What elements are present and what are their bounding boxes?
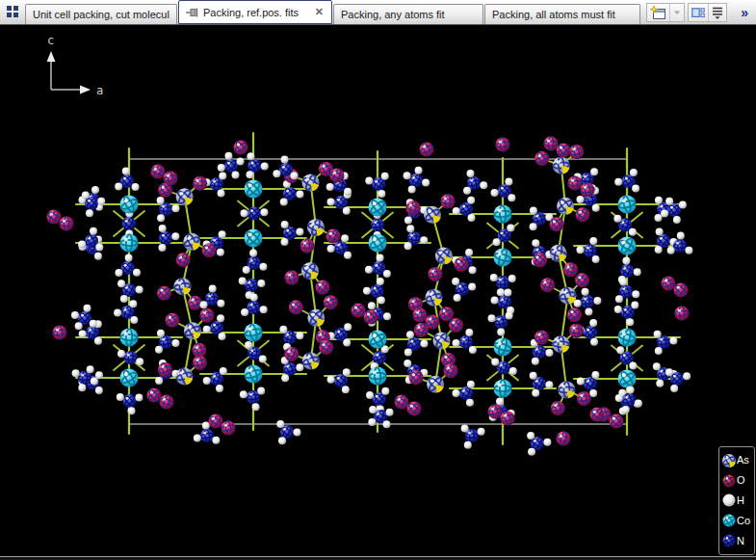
atom-h[interactable] xyxy=(296,227,303,235)
atom-h[interactable] xyxy=(468,214,476,222)
atom-h[interactable] xyxy=(404,242,412,250)
atom-h[interactable] xyxy=(245,341,252,349)
atom-h[interactable] xyxy=(452,278,459,285)
atom-co[interactable] xyxy=(618,370,637,388)
atom-h[interactable] xyxy=(629,362,637,370)
atom-o[interactable] xyxy=(662,277,676,291)
atom-h[interactable] xyxy=(543,439,551,446)
atom-o[interactable] xyxy=(234,141,248,155)
atom-o[interactable] xyxy=(544,137,559,151)
atom-h[interactable] xyxy=(155,346,163,354)
atom-h[interactable] xyxy=(383,312,391,320)
atom-h[interactable] xyxy=(679,200,687,208)
atom-h[interactable] xyxy=(218,189,225,197)
atom-h[interactable] xyxy=(677,232,685,240)
atom-h[interactable] xyxy=(590,338,598,346)
atom-h[interactable] xyxy=(530,372,537,380)
atom-h[interactable] xyxy=(239,277,247,284)
atom-h[interactable] xyxy=(632,290,639,298)
atom-h[interactable] xyxy=(505,178,512,186)
atom-h[interactable] xyxy=(383,270,391,278)
atom-h[interactable] xyxy=(634,268,641,276)
atom-h[interactable] xyxy=(365,177,373,185)
atom-h[interactable] xyxy=(655,347,663,355)
atom-h[interactable] xyxy=(72,369,80,377)
atom-h[interactable] xyxy=(496,398,504,406)
atom-h[interactable] xyxy=(464,441,472,449)
atom-h[interactable] xyxy=(667,247,675,254)
atom-h[interactable] xyxy=(507,224,514,231)
atom-h[interactable] xyxy=(259,263,267,271)
atom-h[interactable] xyxy=(90,320,97,328)
atom-h[interactable] xyxy=(281,374,289,382)
atom-h[interactable] xyxy=(622,406,630,413)
atom-o[interactable] xyxy=(326,228,341,243)
pin-icon[interactable] xyxy=(186,8,198,17)
atom-o[interactable] xyxy=(496,138,510,152)
overflow-chevron-button[interactable]: » xyxy=(741,6,746,19)
atom-n[interactable] xyxy=(620,264,634,278)
atom-h[interactable] xyxy=(243,266,250,274)
atom-h[interactable] xyxy=(281,156,289,164)
atom-h[interactable] xyxy=(490,274,498,281)
atom-o[interactable] xyxy=(575,273,589,287)
atom-h[interactable] xyxy=(293,429,300,437)
atom-h[interactable] xyxy=(673,216,681,224)
atom-o[interactable] xyxy=(563,262,578,277)
atom-h[interactable] xyxy=(406,331,414,338)
atom-n[interactable] xyxy=(248,159,261,173)
atom-h[interactable] xyxy=(71,311,79,319)
atom-h[interactable] xyxy=(491,359,499,366)
atom-co[interactable] xyxy=(120,369,139,387)
tile-windows-button[interactable] xyxy=(689,4,708,21)
atom-n[interactable] xyxy=(122,394,136,408)
atom-o[interactable] xyxy=(409,370,424,385)
atom-co[interactable] xyxy=(494,249,512,267)
atom-o[interactable] xyxy=(413,308,428,323)
atom-h[interactable] xyxy=(344,188,352,196)
atom-h[interactable] xyxy=(469,346,477,354)
atom-h[interactable] xyxy=(467,381,475,388)
atom-h[interactable] xyxy=(467,197,475,204)
atom-h[interactable] xyxy=(545,381,553,388)
atom-h[interactable] xyxy=(95,371,103,379)
atom-n[interactable] xyxy=(459,387,473,400)
atom-n[interactable] xyxy=(657,234,670,248)
atom-co[interactable] xyxy=(618,237,637,255)
atom-o[interactable] xyxy=(284,271,299,285)
atom-h[interactable] xyxy=(454,294,461,302)
atom-h[interactable] xyxy=(343,368,351,376)
atom-o[interactable] xyxy=(406,200,421,215)
atom-co[interactable] xyxy=(494,205,512,224)
atom-n[interactable] xyxy=(667,203,681,217)
atom-as[interactable] xyxy=(307,309,325,327)
atom-h[interactable] xyxy=(635,399,642,407)
atom-h[interactable] xyxy=(490,189,498,197)
atom-h[interactable] xyxy=(241,209,248,217)
atom-h[interactable] xyxy=(406,225,414,232)
atom-h[interactable] xyxy=(155,377,163,385)
atom-h[interactable] xyxy=(631,302,639,309)
atom-h[interactable] xyxy=(247,152,254,160)
atom-h[interactable] xyxy=(120,295,128,303)
atom-co[interactable] xyxy=(618,329,637,347)
atom-co[interactable] xyxy=(494,338,512,357)
atom-o[interactable] xyxy=(550,217,564,231)
atom-h[interactable] xyxy=(91,378,98,386)
atom-co[interactable] xyxy=(369,331,387,349)
atom-h[interactable] xyxy=(656,380,664,387)
atom-h[interactable] xyxy=(132,183,140,191)
atom-h[interactable] xyxy=(683,372,691,380)
atom-n[interactable] xyxy=(245,279,258,292)
atom-h[interactable] xyxy=(84,305,91,312)
atom-h[interactable] xyxy=(589,319,597,327)
atom-h[interactable] xyxy=(217,314,224,322)
atom-h[interactable] xyxy=(117,280,125,287)
atom-o[interactable] xyxy=(420,143,434,157)
atom-o[interactable] xyxy=(53,326,67,340)
atom-h[interactable] xyxy=(368,302,376,309)
atom-n[interactable] xyxy=(373,351,386,364)
atom-h[interactable] xyxy=(527,432,534,440)
atom-h[interactable] xyxy=(381,173,389,180)
atom-as[interactable] xyxy=(307,219,325,236)
